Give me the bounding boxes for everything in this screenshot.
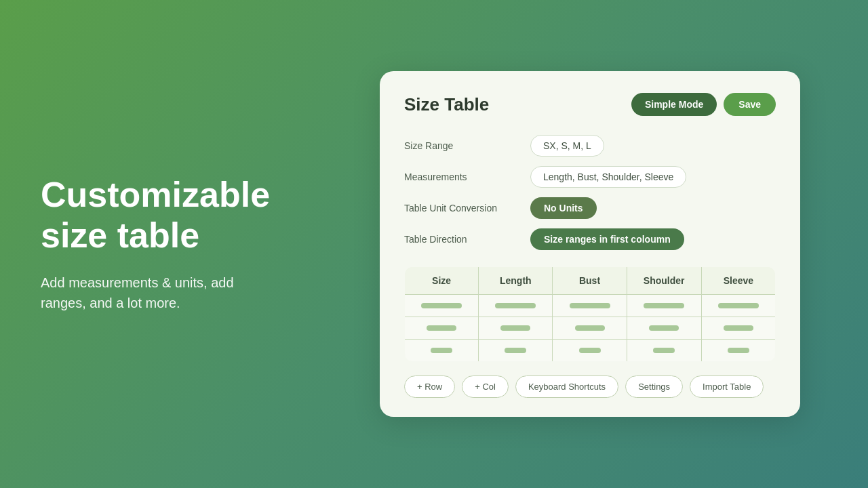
measurements-input[interactable]: Length, Bust, Shoulder, Sleeve [530, 166, 686, 188]
keyboard-shortcuts-button[interactable]: Keyboard Shortcuts [515, 375, 618, 398]
table-toolbar: + Row + Col Keyboard Shortcuts Settings … [404, 375, 776, 398]
card-header: Size Table Simple Mode Save [404, 93, 776, 116]
table-unit-button[interactable]: No Units [530, 197, 597, 219]
table-direction-row: Table Direction Size ranges in first col… [404, 228, 776, 250]
size-range-input[interactable]: SX, S, M, L [530, 135, 604, 157]
table-header-row: Size Length Bust Shoulder Sleeve [405, 267, 776, 295]
size-range-label: Size Range [404, 140, 519, 151]
description: Add measurements & units, add ranges, an… [41, 272, 271, 313]
size-range-row: Size Range SX, S, M, L [404, 135, 776, 157]
col-size: Size [405, 267, 479, 295]
save-button[interactable]: Save [724, 93, 776, 116]
left-panel: Customizable size table Add measurements… [0, 134, 312, 354]
simple-mode-button[interactable]: Simple Mode [631, 93, 717, 116]
col-length: Length [479, 267, 553, 295]
measurements-row: Measurements Length, Bust, Shoulder, Sle… [404, 166, 776, 188]
header-buttons: Simple Mode Save [631, 93, 776, 116]
card-title: Size Table [404, 94, 489, 115]
import-table-button[interactable]: Import Table [690, 375, 764, 398]
table-direction-label: Table Direction [404, 234, 519, 245]
col-sleeve: Sleeve [701, 267, 775, 295]
col-bust: Bust [553, 267, 627, 295]
table-row [405, 317, 776, 340]
col-shoulder: Shoulder [627, 267, 701, 295]
table-row [405, 295, 776, 317]
size-table: Size Length Bust Shoulder Sleeve [404, 266, 776, 362]
card: Size Table Simple Mode Save Size Range S… [380, 71, 800, 417]
table-unit-row: Table Unit Conversion No Units [404, 197, 776, 219]
table-unit-label: Table Unit Conversion [404, 203, 519, 214]
add-col-button[interactable]: + Col [462, 375, 509, 398]
settings-button[interactable]: Settings [625, 375, 683, 398]
table-direction-button[interactable]: Size ranges in first coloumn [530, 228, 684, 250]
measurements-label: Measurements [404, 171, 519, 182]
table-row [405, 340, 776, 362]
form-section: Size Range SX, S, M, L Measurements Leng… [404, 135, 776, 250]
right-panel: Size Table Simple Mode Save Size Range S… [312, 58, 868, 430]
headline: Customizable size table [41, 175, 271, 256]
add-row-button[interactable]: + Row [404, 375, 455, 398]
